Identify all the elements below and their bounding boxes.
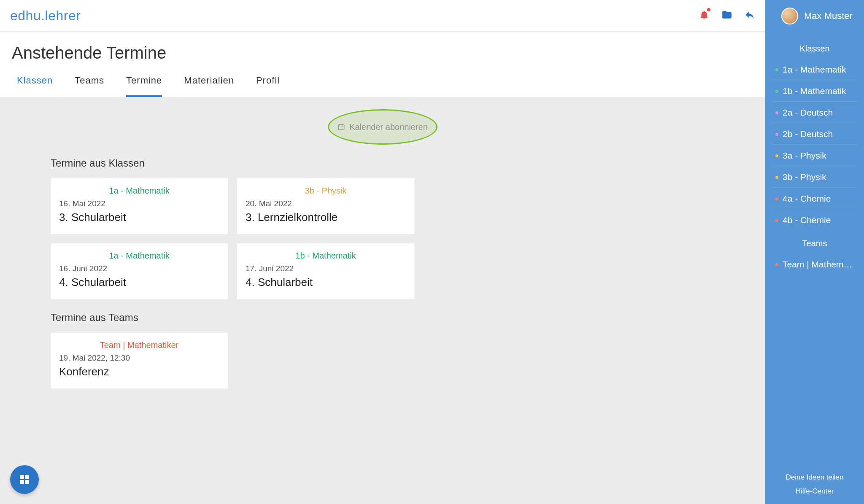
event-card-title: 4. Schularbeit (59, 276, 219, 289)
event-card-class: 3b - Physik (246, 186, 406, 196)
tab-klassen[interactable]: Klassen (17, 75, 53, 97)
sidebar-item-label: 3a - Physik (783, 151, 826, 161)
sidebar-klass-4[interactable]: 3a - Physik (772, 146, 857, 166)
event-card-date: 17. Juni 2022 (246, 264, 406, 273)
sidebar-item-label: 1b - Mathematik (783, 86, 846, 96)
event-card[interactable]: 1b - Mathematik17. Juni 20224. Schularbe… (237, 243, 414, 299)
event-card-class: Team | Mathematiker (59, 340, 219, 350)
sidebar: Max Muster Klassen 1a - Mathematik1b - M… (765, 0, 864, 504)
sidebar-klass-0[interactable]: 1a - Mathematik (772, 59, 857, 80)
color-dot-icon (775, 68, 778, 71)
grid-icon (19, 474, 30, 485)
event-card[interactable]: 1a - Mathematik16. Juni 20224. Schularbe… (51, 243, 228, 299)
apps-fab-button[interactable] (10, 465, 39, 494)
tab-termine[interactable]: Termine (126, 75, 162, 97)
event-card-date: 19. Mai 2022, 12:30 (59, 353, 219, 363)
sidebar-ideen-link[interactable]: Deine Ideen teilen (772, 471, 857, 484)
sidebar-item-label: 3b - Physik (783, 172, 826, 182)
event-card-date: 20. Mai 2022 (246, 199, 406, 208)
subscribe-calendar-label: Kalender abonnieren (349, 122, 428, 132)
color-dot-icon (775, 154, 778, 157)
color-dot-icon (775, 111, 778, 114)
tab-profil[interactable]: Profil (256, 75, 280, 97)
notifications-icon[interactable] (699, 9, 710, 22)
sidebar-username: Max Muster (804, 11, 853, 22)
event-card-class: 1a - Mathematik (59, 251, 219, 261)
event-card-title: 3. Lernzielkontrolle (246, 211, 406, 224)
sidebar-item-label: 4b - Chemie (783, 215, 831, 225)
sidebar-klassen-list: 1a - Mathematik1b - Mathematik2a - Deuts… (772, 59, 857, 230)
event-card-class: 1a - Mathematik (59, 186, 219, 196)
avatar (781, 8, 798, 24)
sidebar-item-label: 2b - Deutsch (783, 129, 833, 139)
page-heading-row: Anstehende Termine (0, 32, 765, 67)
sidebar-item-label: 2a - Deutsch (783, 108, 833, 118)
sidebar-footer: Deine Ideen teilen Hilfe-Center (772, 471, 857, 498)
svg-rect-4 (25, 480, 29, 484)
folder-icon[interactable] (721, 9, 732, 22)
event-card-title: 4. Schularbeit (246, 276, 406, 289)
sidebar-klass-6[interactable]: 4a - Chemie (772, 189, 857, 209)
color-dot-icon (775, 197, 778, 200)
notification-dot-icon (707, 8, 710, 11)
logo-dot: . (41, 8, 45, 23)
sidebar-item-label: 1a - Mathematik (783, 65, 846, 75)
sidebar-klass-1[interactable]: 1b - Mathematik (772, 81, 857, 102)
color-dot-icon (775, 219, 778, 222)
reply-icon[interactable] (744, 9, 755, 22)
topbar: edhu.lehrer (0, 0, 765, 32)
svg-rect-3 (20, 480, 24, 484)
page-title: Anstehende Termine (12, 43, 753, 62)
sidebar-klass-3[interactable]: 2b - Deutsch (772, 124, 857, 145)
color-dot-icon (775, 176, 778, 179)
sidebar-heading-klassen: Klassen (772, 44, 857, 54)
sidebar-team-0[interactable]: Team | Mathem… (772, 254, 857, 275)
cards-klassen: 1a - Mathematik16. Mai 20223. Schularbei… (51, 178, 715, 299)
sidebar-hilfe-link[interactable]: Hilfe-Center (772, 485, 857, 498)
event-card[interactable]: 1a - Mathematik16. Mai 20223. Schularbei… (51, 178, 228, 234)
event-card-date: 16. Mai 2022 (59, 199, 219, 208)
event-card-title: 3. Schularbeit (59, 211, 219, 224)
cards-teams: Team | Mathematiker19. Mai 2022, 12:30Ko… (51, 333, 715, 388)
sidebar-teams-list: Team | Mathem… (772, 254, 857, 275)
sidebar-heading-teams: Teams (772, 239, 857, 248)
sidebar-klass-2[interactable]: 2a - Deutsch (772, 102, 857, 123)
svg-rect-0 (338, 125, 344, 130)
subscribe-calendar-button[interactable]: Kalender abonnieren (328, 109, 437, 145)
calendar-icon (338, 123, 345, 131)
app-logo[interactable]: edhu.lehrer (10, 8, 81, 24)
section-heading-klassen: Termine aus Klassen (51, 157, 715, 169)
logo-a: edhu (10, 8, 41, 23)
section-heading-teams: Termine aus Teams (51, 312, 715, 323)
color-dot-icon (775, 133, 778, 136)
tab-materialien[interactable]: Materialien (184, 75, 234, 97)
sidebar-klass-5[interactable]: 3b - Physik (772, 167, 857, 188)
tab-teams[interactable]: Teams (75, 75, 104, 97)
svg-rect-2 (25, 475, 29, 479)
sidebar-klass-7[interactable]: 4b - Chemie (772, 210, 857, 230)
event-card-title: Konferenz (59, 365, 219, 378)
event-card-class: 1b - Mathematik (246, 251, 406, 261)
sidebar-item-label: Team | Mathem… (783, 259, 852, 270)
color-dot-icon (775, 90, 778, 93)
logo-b: lehrer (45, 8, 81, 23)
event-card[interactable]: Team | Mathematiker19. Mai 2022, 12:30Ko… (51, 333, 228, 388)
sidebar-user[interactable]: Max Muster (781, 8, 857, 24)
sidebar-item-label: 4a - Chemie (783, 194, 831, 204)
tab-bar: KlassenTeamsTermineMaterialienProfil (0, 67, 765, 97)
event-card[interactable]: 3b - Physik20. Mai 20223. Lernzielkontro… (237, 178, 414, 234)
color-dot-icon (775, 263, 778, 266)
event-card-date: 16. Juni 2022 (59, 264, 219, 273)
svg-rect-1 (20, 475, 24, 479)
